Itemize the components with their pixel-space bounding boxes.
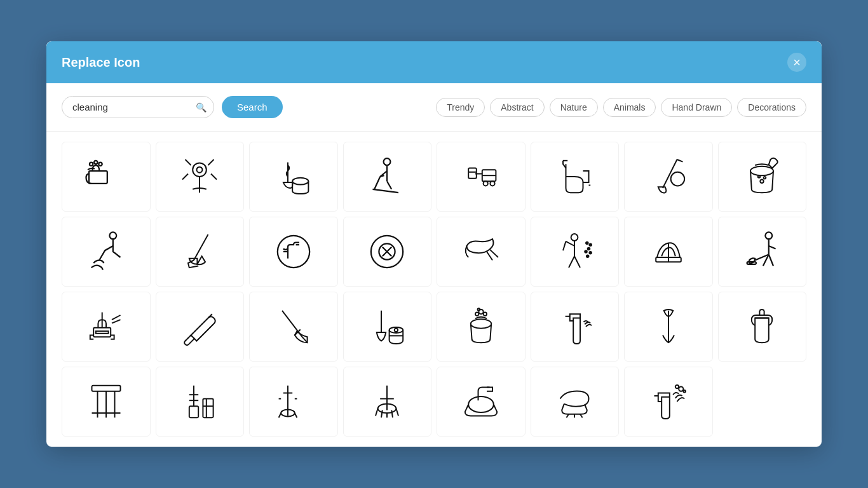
svg-point-44 bbox=[471, 319, 491, 328]
search-bar: 🔍 Search Trendy Abstract Nature Animals … bbox=[46, 83, 822, 132]
search-button[interactable]: Search bbox=[222, 96, 283, 118]
svg-point-28 bbox=[590, 243, 592, 246]
svg-point-66 bbox=[679, 387, 683, 391]
icon-cleaning-hands[interactable] bbox=[62, 142, 151, 212]
icon-cart-clean[interactable] bbox=[437, 142, 526, 212]
icon-wiper[interactable] bbox=[624, 217, 713, 287]
replace-icon-modal: Replace Icon × 🔍 Search Trendy Abstract … bbox=[46, 41, 822, 447]
svg-line-16 bbox=[677, 159, 682, 162]
icon-scrub-clean[interactable] bbox=[531, 367, 620, 437]
svg-point-19 bbox=[758, 175, 761, 178]
icon-mop-bucket2[interactable] bbox=[343, 292, 432, 362]
filter-nature[interactable]: Nature bbox=[550, 98, 598, 117]
icon-mop-bucket[interactable] bbox=[249, 142, 338, 212]
svg-point-6 bbox=[197, 167, 203, 173]
search-input-wrapper: 🔍 bbox=[62, 96, 214, 118]
icon-wipe-cloth[interactable] bbox=[437, 217, 526, 287]
icon-vacuum-person[interactable] bbox=[718, 217, 807, 287]
modal-title: Replace Icon bbox=[62, 55, 140, 70]
icon-sweep-person[interactable] bbox=[343, 142, 432, 212]
icon-toilet-brush2[interactable] bbox=[624, 292, 713, 362]
svg-line-14 bbox=[663, 159, 677, 188]
filter-tags: Trendy Abstract Nature Animals Hand Draw… bbox=[436, 98, 806, 117]
filter-trendy[interactable]: Trendy bbox=[436, 98, 485, 117]
svg-line-22 bbox=[194, 234, 208, 261]
svg-rect-52 bbox=[92, 386, 120, 391]
svg-point-67 bbox=[675, 385, 679, 388]
svg-point-30 bbox=[585, 250, 587, 253]
svg-point-12 bbox=[490, 181, 494, 186]
svg-point-27 bbox=[586, 242, 588, 245]
icon-cleaning-bag[interactable] bbox=[718, 292, 807, 362]
search-input[interactable] bbox=[62, 96, 214, 118]
icon-floor-mop[interactable] bbox=[624, 142, 713, 212]
svg-point-65 bbox=[468, 396, 494, 412]
icon-mop-rack[interactable] bbox=[62, 367, 151, 437]
svg-point-35 bbox=[766, 232, 773, 239]
svg-rect-0 bbox=[89, 171, 107, 184]
filter-hand-drawn[interactable]: Hand Drawn bbox=[661, 98, 732, 117]
svg-point-21 bbox=[109, 232, 116, 239]
modal-overlay: Replace Icon × 🔍 Search Trendy Abstract … bbox=[0, 0, 868, 488]
svg-point-17 bbox=[750, 166, 773, 175]
svg-rect-13 bbox=[468, 168, 477, 179]
filter-abstract[interactable]: Abstract bbox=[490, 98, 544, 117]
svg-point-11 bbox=[483, 181, 487, 186]
svg-point-23 bbox=[278, 236, 309, 268]
icons-grid-container[interactable] bbox=[46, 132, 822, 447]
svg-point-47 bbox=[483, 313, 486, 316]
svg-point-31 bbox=[590, 252, 592, 254]
svg-point-7 bbox=[292, 178, 308, 185]
modal-header: Replace Icon × bbox=[46, 41, 822, 83]
icon-spray-circle[interactable] bbox=[249, 217, 338, 287]
svg-point-8 bbox=[384, 158, 391, 165]
svg-point-2 bbox=[94, 161, 97, 164]
icon-scrub-brush2[interactable] bbox=[156, 292, 245, 362]
icon-vacuum-outline[interactable] bbox=[437, 367, 526, 437]
search-icon: 🔍 bbox=[196, 102, 207, 112]
svg-rect-39 bbox=[96, 331, 109, 334]
icon-scrub-person[interactable] bbox=[62, 217, 151, 287]
svg-point-4 bbox=[193, 163, 207, 177]
icon-toilet-clean[interactable] bbox=[531, 142, 620, 212]
icon-mop-stand[interactable] bbox=[249, 367, 338, 437]
icon-clean-service[interactable] bbox=[531, 217, 620, 287]
icons-grid bbox=[62, 142, 806, 437]
svg-point-15 bbox=[670, 172, 684, 186]
svg-rect-58 bbox=[203, 399, 214, 418]
icon-cleaning-station[interactable] bbox=[156, 367, 245, 437]
icon-brush-circle[interactable] bbox=[343, 217, 432, 287]
modal-body: 🔍 Search Trendy Abstract Nature Animals … bbox=[46, 83, 822, 447]
svg-point-26 bbox=[571, 234, 578, 241]
svg-point-3 bbox=[98, 163, 102, 166]
icon-broom-dustpan[interactable] bbox=[156, 217, 245, 287]
svg-point-48 bbox=[477, 308, 480, 311]
svg-point-29 bbox=[588, 248, 590, 250]
svg-rect-56 bbox=[189, 406, 198, 417]
filter-animals[interactable]: Animals bbox=[603, 98, 656, 117]
icon-bucket-brush[interactable] bbox=[718, 142, 807, 212]
svg-point-1 bbox=[90, 163, 93, 166]
svg-point-18 bbox=[761, 180, 764, 183]
filter-decorations[interactable]: Decorations bbox=[737, 98, 806, 117]
icon-floor-machine[interactable] bbox=[62, 292, 151, 362]
icon-bubble-bucket[interactable] bbox=[437, 292, 526, 362]
svg-point-43 bbox=[395, 329, 398, 332]
icon-spray-bottle[interactable] bbox=[531, 292, 620, 362]
svg-point-32 bbox=[587, 255, 589, 257]
icon-spray-clean[interactable] bbox=[624, 367, 713, 437]
icon-mop-clean2[interactable] bbox=[343, 367, 432, 437]
close-button[interactable]: × bbox=[787, 53, 806, 72]
svg-point-45 bbox=[475, 313, 478, 316]
svg-point-68 bbox=[683, 390, 686, 393]
svg-point-20 bbox=[764, 177, 766, 179]
icon-cleaning-tools[interactable] bbox=[156, 142, 245, 212]
icon-broom-sweep2[interactable] bbox=[249, 292, 338, 362]
